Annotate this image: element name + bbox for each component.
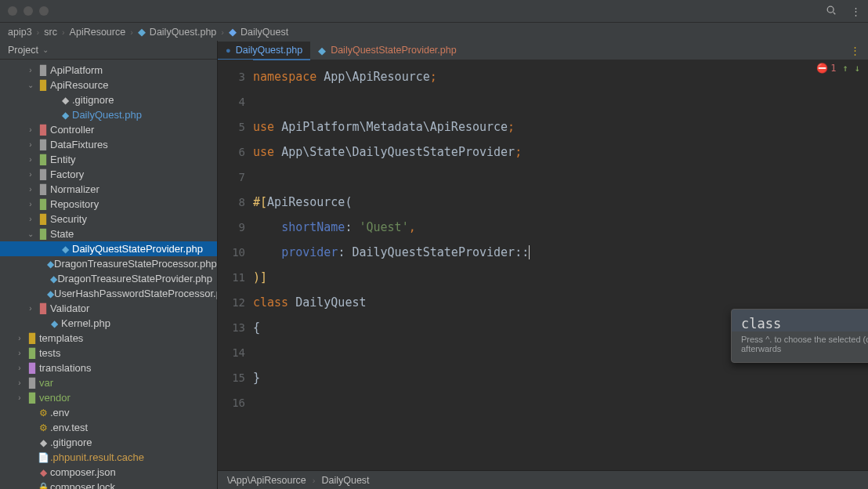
- tree-item-vendor[interactable]: ›▉vendor: [0, 390, 217, 405]
- tree-item-repository[interactable]: ›▉Repository: [0, 197, 217, 212]
- tree-item-validator[interactable]: ›▉Validator: [0, 301, 217, 316]
- tree-item-entity[interactable]: ›▉Entity: [0, 152, 217, 167]
- tree-label: translations: [39, 362, 91, 374]
- breadcrumb-file[interactable]: DailyQuest.php: [150, 27, 216, 38]
- breadcrumb: apip3 › src › ApiResource › ◆DailyQuest.…: [0, 22, 868, 41]
- code-line: use ApiPlatform\Metadata\ApiResource;: [253, 114, 868, 139]
- tree-item-datafixtures[interactable]: ›▉DataFixtures: [0, 137, 217, 152]
- svg-line-1: [834, 12, 836, 14]
- code-line: shortName: 'Quest',: [253, 215, 868, 240]
- tree-label: Factory: [50, 168, 84, 180]
- more-icon[interactable]: ⋮: [851, 5, 860, 17]
- breadcrumb-project[interactable]: apip3: [8, 27, 32, 38]
- tree-item-userhash[interactable]: ◆UserHashPasswordStateProcessor.p: [0, 286, 217, 301]
- tree-item-dragonprocessor[interactable]: ◆DragonTreasureStateProcessor.php: [0, 256, 217, 271]
- code-line: }: [253, 365, 868, 390]
- code-line: )]: [253, 265, 868, 290]
- tree-item-apiplatform[interactable]: ›▉ApiPlatform: [0, 63, 217, 78]
- tree-label: Normalizer: [50, 183, 99, 195]
- close-light[interactable]: [8, 6, 17, 16]
- project-tool-header[interactable]: Project ⌄: [0, 41, 217, 60]
- tree-label: composer.lock: [50, 481, 115, 489]
- tree-item-translations[interactable]: ›▉translations: [0, 360, 217, 375]
- code-line: namespace App\ApiResource;: [253, 64, 868, 89]
- search-icon[interactable]: [826, 5, 837, 18]
- tree-item-composerjson[interactable]: ◆composer.json: [0, 465, 217, 480]
- line-gutter: 345678910111213141516: [218, 60, 253, 470]
- tree-item-dailyqueststateprovider[interactable]: ◆DailyQuestStateProvider.php: [0, 241, 217, 256]
- titlebar: ⋮: [0, 0, 868, 22]
- next-error-icon[interactable]: ↓: [855, 63, 860, 74]
- code-editor[interactable]: 345678910111213141516 namespace App\ApiR…: [218, 60, 868, 470]
- tab-stateprovider[interactable]: ◆ DailyQuestStateProvider.php: [310, 41, 465, 60]
- zoom-light[interactable]: [39, 6, 49, 16]
- tree-item-var[interactable]: ›▉var: [0, 375, 217, 390]
- tree-label: Entity: [50, 154, 76, 165]
- error-count: 1: [830, 63, 836, 74]
- tree-item-dragonprovider[interactable]: ◆DragonTreasureStateProvider.php: [0, 271, 217, 286]
- minimize-light[interactable]: [24, 6, 33, 16]
- chevron-icon: ›: [221, 27, 224, 37]
- tree-label: Kernel.php: [61, 317, 110, 329]
- code-line: use App\State\DailyQuestStateProvider;: [253, 139, 868, 165]
- tab-label: DailyQuest.php: [236, 45, 302, 56]
- code-line: [253, 165, 868, 190]
- prev-error-icon[interactable]: ↑: [843, 63, 848, 74]
- tree-item-env[interactable]: ⚙.env: [0, 405, 217, 420]
- tree-label: tests: [39, 347, 60, 359]
- code-line: provider: DailyQuestStateProvider::: [253, 240, 868, 265]
- chevron-icon: ›: [37, 27, 40, 37]
- tree-label: DragonTreasureStateProvider.php: [57, 273, 212, 284]
- tree-item-composerlock[interactable]: 🔒composer.lock: [0, 480, 217, 489]
- completion-item[interactable]: class: [732, 310, 868, 331]
- editor-area: ● DailyQuest.php ◆ DailyQuestStateProvid…: [218, 41, 868, 489]
- tab-dailyquest[interactable]: ● DailyQuest.php: [218, 42, 310, 60]
- inspection-widget[interactable]: ⛔1 ↑ ↓: [816, 63, 860, 74]
- tree-label: .phpunit.result.cache: [50, 451, 144, 463]
- tree-item-tests[interactable]: ›▉tests: [0, 346, 217, 360]
- tree-label: .gitignore: [72, 94, 114, 106]
- chevron-icon: ›: [62, 27, 65, 37]
- tree-label: .gitignore: [50, 436, 92, 448]
- chevron-icon: ›: [130, 27, 133, 37]
- tree-item-gitignore2[interactable]: ◆.gitignore: [0, 435, 217, 450]
- tree-item-dailyquest[interactable]: ◆DailyQuest.php: [0, 107, 217, 122]
- code-line: [253, 89, 868, 114]
- php-icon: ◆: [138, 26, 146, 38]
- code-body[interactable]: namespace App\ApiResource; use ApiPlatfo…: [253, 60, 868, 470]
- tree-label: UserHashPasswordStateProcessor.p: [54, 288, 217, 299]
- tree-item-security[interactable]: ›▉Security: [0, 212, 217, 226]
- tree-label: State: [50, 228, 74, 240]
- breadcrumb-dir[interactable]: ApiResource: [70, 27, 126, 38]
- tree-item-controller[interactable]: ›▉Controller: [0, 122, 217, 137]
- window-controls: [8, 6, 49, 16]
- class-icon: ◆: [229, 26, 237, 38]
- breadcrumb-src[interactable]: src: [44, 27, 57, 38]
- chevron-icon: ›: [313, 476, 316, 485]
- editor-tabs: ● DailyQuest.php ◆ DailyQuestStateProvid…: [218, 41, 868, 60]
- breadcrumb-symbol[interactable]: DailyQuest: [241, 27, 288, 38]
- footer-namespace[interactable]: \App\ApiResource: [227, 475, 306, 486]
- project-tree[interactable]: ›▉ApiPlatform ⌄▉ApiResource ◆.gitignore …: [0, 60, 217, 489]
- tree-label: DailyQuest.php: [72, 109, 142, 121]
- tree-item-factory[interactable]: ›▉Factory: [0, 167, 217, 182]
- breadcrumb-footer: \App\ApiResource › DailyQuest: [218, 470, 868, 489]
- tree-label: Validator: [50, 302, 89, 314]
- tab-label: DailyQuestStateProvider.php: [331, 45, 457, 56]
- tree-label: templates: [39, 332, 83, 344]
- tree-item-kernel[interactable]: ◆Kernel.php: [0, 316, 217, 331]
- completion-popup[interactable]: class Press ^. to choose the selected (o…: [731, 309, 868, 363]
- tree-item-envtest[interactable]: ⚙.env.test: [0, 420, 217, 435]
- tree-item-normalizer[interactable]: ›▉Normalizer: [0, 182, 217, 197]
- footer-class[interactable]: DailyQuest: [321, 475, 369, 486]
- tree-label: Controller: [50, 124, 94, 136]
- tree-label: var: [39, 377, 53, 389]
- php-icon: ◆: [318, 45, 326, 56]
- project-title: Project: [8, 45, 38, 56]
- tree-item-phpunit[interactable]: 📄.phpunit.result.cache: [0, 450, 217, 465]
- tree-item-state[interactable]: ⌄▉State: [0, 226, 217, 241]
- tabs-more-icon[interactable]: ⋮: [842, 45, 868, 56]
- tree-item-templates[interactable]: ›▉templates: [0, 331, 217, 346]
- tree-item-gitignore[interactable]: ◆.gitignore: [0, 92, 217, 107]
- tree-item-apiresource[interactable]: ⌄▉ApiResource: [0, 78, 217, 92]
